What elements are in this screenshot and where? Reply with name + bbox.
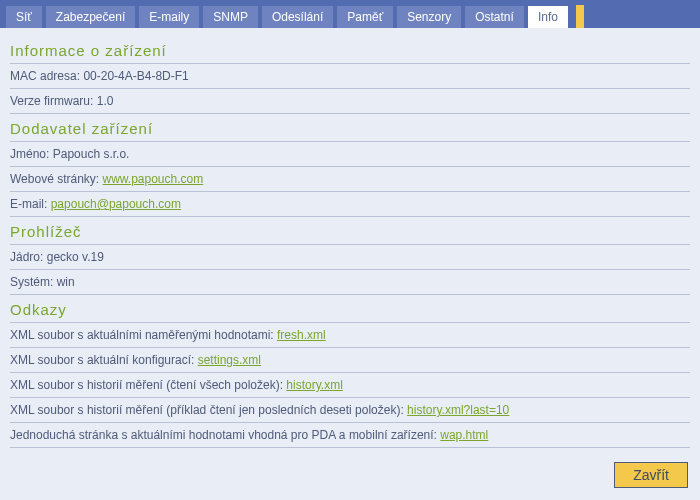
vendor-name-value: Papouch s.r.o. [53,147,130,161]
vendor-web-link[interactable]: www.papouch.com [103,172,204,186]
tab-sit[interactable]: Síť [6,6,42,28]
row-link-history-all: XML soubor s historií měření (čtení všec… [10,373,690,398]
wap-label: Jednoduchá stránka s aktuálními hodnotam… [10,428,437,442]
system-value: win [57,275,75,289]
tab-emaily[interactable]: E-maily [139,6,199,28]
tab-snmp[interactable]: SNMP [203,6,258,28]
section-title-vendor: Dodavatel zařízení [10,114,690,142]
section-title-device: Informace o zařízení [10,36,690,64]
tab-info[interactable]: Info [528,6,568,28]
xml-hist-last-label: XML soubor s historií měření (příklad čt… [10,403,404,417]
row-mac: MAC adresa: 00-20-4A-B4-8D-F1 [10,64,690,89]
mac-label: MAC adresa: [10,69,80,83]
tab-ostatni[interactable]: Ostatní [465,6,524,28]
xml-hist-all-label: XML soubor s historií měření (čtení všec… [10,378,283,392]
xml-config-link[interactable]: settings.xml [198,353,261,367]
vendor-email-label: E-mail: [10,197,47,211]
row-vendor-name: Jméno: Papouch s.r.o. [10,142,690,167]
xml-config-label: XML soubor s aktuální konfigurací: [10,353,194,367]
engine-label: Jádro: [10,250,43,264]
row-system: Systém: win [10,270,690,295]
row-vendor-web: Webové stránky: www.papouch.com [10,167,690,192]
row-link-settings: XML soubor s aktuální konfigurací: setti… [10,348,690,373]
row-engine: Jádro: gecko v.19 [10,245,690,270]
decor-stripe [576,5,584,28]
row-link-fresh: XML soubor s aktuálními naměřenými hodno… [10,323,690,348]
tab-zabezpeceni[interactable]: Zabezpečení [46,6,135,28]
fw-value: 1.0 [97,94,114,108]
row-link-wap: Jednoduchá stránka s aktuálními hodnotam… [10,423,690,448]
row-firmware: Verze firmwaru: 1.0 [10,89,690,114]
tab-bar: Síť Zabezpečení E-maily SNMP Odesílání P… [0,0,700,28]
engine-value: gecko v.19 [47,250,104,264]
mac-value: 00-20-4A-B4-8D-F1 [83,69,188,83]
row-vendor-email: E-mail: papouch@papouch.com [10,192,690,217]
section-title-links: Odkazy [10,295,690,323]
tab-senzory[interactable]: Senzory [397,6,461,28]
tab-pamet[interactable]: Paměť [337,6,393,28]
system-label: Systém: [10,275,53,289]
wap-link[interactable]: wap.html [440,428,488,442]
vendor-email-link[interactable]: papouch@papouch.com [51,197,181,211]
vendor-name-label: Jméno: [10,147,49,161]
fw-label: Verze firmwaru: [10,94,93,108]
xml-current-link[interactable]: fresh.xml [277,328,326,342]
xml-hist-all-link[interactable]: history.xml [286,378,342,392]
xml-hist-last-link[interactable]: history.xml?last=10 [407,403,509,417]
xml-current-label: XML soubor s aktuálními naměřenými hodno… [10,328,274,342]
tab-odesilani[interactable]: Odesílání [262,6,333,28]
vendor-web-label: Webové stránky: [10,172,99,186]
content-panel: Informace o zařízení MAC adresa: 00-20-4… [0,28,700,448]
row-link-history-last: XML soubor s historií měření (příklad čt… [10,398,690,423]
footer: Zavřít [614,462,688,488]
close-button[interactable]: Zavřít [614,462,688,488]
section-title-browser: Prohlížeč [10,217,690,245]
